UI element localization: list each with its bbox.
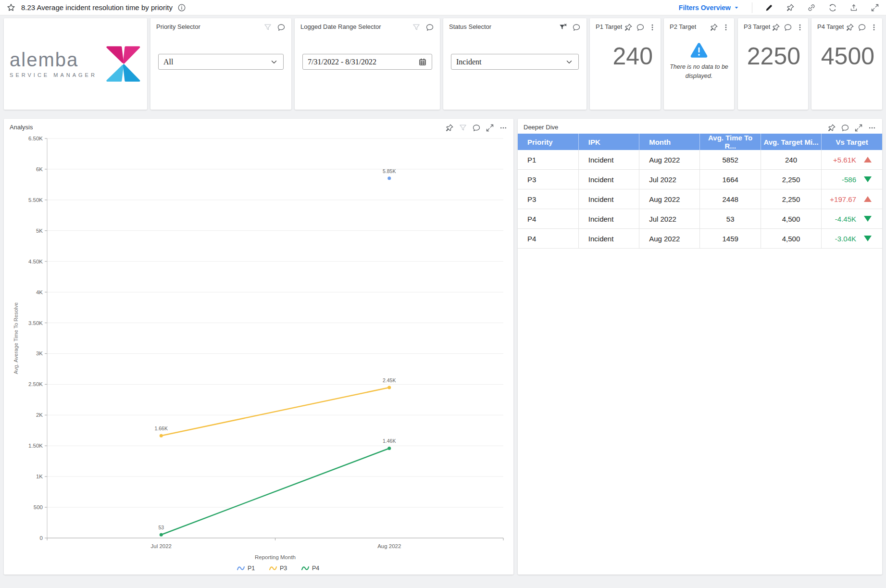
export-icon[interactable]	[849, 3, 858, 12]
expand-icon[interactable]	[486, 124, 494, 132]
legend-item-p3[interactable]: P3	[270, 565, 287, 572]
p2-target-panel: P2 Target There is no data to be display…	[664, 18, 734, 110]
p3-target-panel: P3 Target 2250	[738, 18, 808, 110]
calendar-icon[interactable]	[418, 58, 427, 66]
column-header[interactable]: IPK	[578, 134, 639, 150]
comment-icon[interactable]	[277, 23, 286, 32]
comment-icon[interactable]	[636, 23, 645, 32]
trend-down-icon	[864, 216, 872, 222]
warning-icon	[690, 42, 708, 59]
kebab-menu-icon[interactable]	[722, 23, 730, 32]
vs-target-value: -3.04K	[835, 235, 856, 243]
pin-icon[interactable]	[624, 23, 633, 32]
more-menu-icon[interactable]	[868, 124, 876, 132]
data-point-p1[interactable]	[387, 176, 391, 180]
dashboard: 8.23 Average incident resolution time by…	[0, 0, 886, 588]
priority-select-value: All	[163, 58, 270, 66]
data-point-p4[interactable]	[387, 447, 391, 450]
status-select[interactable]: Incident	[451, 54, 579, 70]
share-link-icon[interactable]	[807, 3, 816, 12]
y-tick-label: 5.50K	[28, 197, 43, 203]
pin-icon[interactable]	[445, 124, 454, 132]
y-axis-title: Avg. Average Time To Resolve	[13, 302, 19, 374]
clear-filter-icon[interactable]	[559, 23, 567, 32]
vs-target-cell: -586	[822, 170, 882, 189]
refresh-icon[interactable]	[828, 3, 837, 12]
y-tick-label: 500	[34, 504, 43, 510]
panel-title: P1 Target	[596, 23, 622, 30]
panel-title: Deeper Dive	[524, 124, 558, 131]
legend-label: P3	[280, 565, 287, 572]
logo-panel: alemba SERVICE MANAGER	[4, 18, 147, 110]
table-cell: Jul 2022	[639, 170, 700, 189]
panel-title: Analysis	[10, 124, 33, 131]
filters-overview-link[interactable]: Filters Overview	[679, 4, 739, 12]
comment-icon[interactable]	[841, 124, 849, 132]
column-header[interactable]: Priority	[518, 134, 578, 150]
table-row[interactable]: P4IncidentJul 2022534,500-4.45K	[518, 209, 882, 229]
table-cell: 5852	[700, 150, 761, 170]
vs-target-value: +5.61K	[833, 156, 856, 164]
column-header[interactable]: Avg. Target Mi...	[761, 134, 821, 150]
pin-icon[interactable]	[772, 23, 780, 32]
trend-up-icon	[864, 157, 872, 163]
panel-title: Logged Date Range Selector	[300, 23, 381, 30]
column-header[interactable]: Month	[639, 134, 700, 150]
table-cell: Incident	[578, 189, 639, 209]
trend-up-icon	[864, 196, 872, 202]
table-cell: 2,250	[761, 189, 821, 209]
pin-icon[interactable]	[786, 3, 795, 12]
legend-item-p1[interactable]: P1	[237, 565, 255, 572]
priority-select[interactable]: All	[158, 54, 284, 70]
date-range-input[interactable]: 7/31/2022 - 8/31/2022	[302, 54, 432, 70]
data-point-p4[interactable]	[160, 533, 163, 537]
table-cell: 4,500	[761, 209, 821, 229]
info-icon[interactable]	[177, 3, 186, 12]
data-point-p3[interactable]	[387, 386, 391, 389]
expand-icon[interactable]	[854, 124, 863, 132]
series-line-p4	[161, 448, 389, 535]
comment-icon[interactable]	[425, 23, 434, 32]
vs-target-value: -586	[842, 175, 856, 184]
trend-down-icon	[864, 236, 872, 241]
data-label: 53	[158, 525, 164, 530]
legend-label: P4	[312, 565, 319, 572]
kebab-menu-icon[interactable]	[870, 23, 878, 32]
favorite-star-icon[interactable]	[7, 3, 15, 12]
table-cell: Jul 2022	[639, 209, 700, 229]
data-label: 2.45K	[383, 377, 396, 383]
data-point-p3[interactable]	[160, 434, 163, 438]
deeper-dive-panel: Deeper Dive PriorityIPKMonthAvg. Time To…	[518, 119, 882, 575]
vs-target-cell: -4.45K	[822, 209, 882, 229]
pin-icon[interactable]	[846, 23, 854, 32]
filter-icon[interactable]	[412, 23, 421, 32]
table-cell: 2448	[700, 189, 761, 209]
comment-icon[interactable]	[472, 124, 481, 132]
fullscreen-icon[interactable]	[871, 3, 879, 12]
table-row[interactable]: P3IncidentAug 202224482,250+197.67	[518, 189, 882, 209]
kebab-menu-icon[interactable]	[648, 23, 657, 32]
comment-icon[interactable]	[572, 23, 581, 32]
column-header[interactable]: Avg. Time To R...	[700, 134, 761, 150]
logo-brand-text: alemba	[10, 50, 97, 69]
table-cell: Incident	[578, 229, 639, 249]
kebab-menu-icon[interactable]	[796, 23, 804, 32]
filter-icon[interactable]	[263, 23, 272, 32]
pin-icon[interactable]	[710, 23, 718, 32]
table-row[interactable]: P3IncidentJul 202216642,250-586	[518, 170, 882, 189]
table-row[interactable]: P4IncidentAug 202214594,500-3.04K	[518, 229, 882, 249]
table-cell: Aug 2022	[639, 229, 700, 249]
legend-item-p4[interactable]: P4	[302, 565, 319, 572]
table-row[interactable]: P1IncidentAug 20225852240+5.61K	[518, 150, 882, 170]
comment-icon[interactable]	[858, 23, 866, 32]
more-menu-icon[interactable]	[499, 124, 508, 132]
filter-icon[interactable]	[459, 124, 467, 132]
pin-icon[interactable]	[827, 124, 836, 132]
y-tick-label: 2.50K	[28, 381, 43, 387]
edit-pen-icon[interactable]	[765, 3, 774, 12]
panel-title: Status Selector	[449, 23, 491, 30]
comment-icon[interactable]	[784, 23, 792, 32]
p3-target-value: 2250	[738, 44, 800, 68]
column-header[interactable]: Vs Target	[822, 134, 882, 150]
table-cell: P1	[518, 150, 578, 170]
